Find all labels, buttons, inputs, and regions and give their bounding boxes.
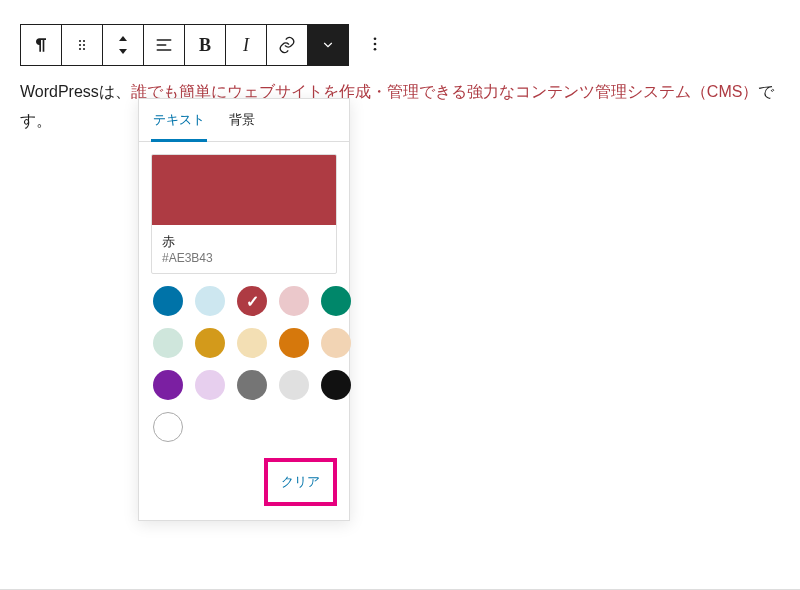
color-swatch-green[interactable]	[321, 286, 351, 316]
color-swatch-red[interactable]	[237, 286, 267, 316]
color-swatch-pink[interactable]	[279, 286, 309, 316]
svg-point-0	[79, 40, 81, 42]
toolbar-more-button[interactable]	[355, 24, 395, 64]
clear-button-highlight: クリア	[264, 458, 337, 506]
color-swatch-blue[interactable]	[153, 286, 183, 316]
pilcrow-icon	[31, 35, 51, 55]
svg-point-4	[79, 48, 81, 50]
svg-point-8	[374, 48, 377, 51]
bold-icon: B	[199, 35, 211, 56]
color-swatch-light-blue[interactable]	[195, 286, 225, 316]
align-left-icon	[154, 35, 174, 55]
paragraph-block-button[interactable]	[21, 25, 61, 65]
italic-button[interactable]: I	[225, 25, 266, 65]
color-swatch-gold[interactable]	[195, 328, 225, 358]
drag-handle-icon	[74, 37, 90, 53]
color-swatch-light-gray[interactable]	[279, 370, 309, 400]
paragraph-block[interactable]: WordPressは、誰でも簡単にウェブサイトを作成・管理できる強力なコンテンツ…	[20, 78, 780, 136]
block-toolbar: B I	[20, 24, 395, 66]
italic-icon: I	[243, 35, 249, 56]
color-preview-swatch	[152, 155, 336, 225]
color-preview-name: 赤	[162, 233, 326, 251]
toolbar-group-inline: B I	[184, 24, 349, 66]
color-swatch-black[interactable]	[321, 370, 351, 400]
more-vertical-icon	[366, 35, 384, 53]
toolbar-group-align	[143, 24, 185, 66]
tab-background-color[interactable]: 背景	[227, 99, 257, 141]
svg-point-6	[374, 37, 377, 40]
color-swatch-gray[interactable]	[237, 370, 267, 400]
svg-point-3	[83, 44, 85, 46]
align-button[interactable]	[144, 25, 184, 65]
paragraph-text-prefix: WordPressは、	[20, 83, 131, 100]
drag-handle-button[interactable]	[61, 25, 102, 65]
color-swatch-lavender[interactable]	[195, 370, 225, 400]
color-preview-card[interactable]: 赤 #AE3B43	[151, 154, 337, 274]
clear-button[interactable]: クリア	[268, 462, 333, 502]
bold-button[interactable]: B	[185, 25, 225, 65]
svg-point-5	[83, 48, 85, 50]
color-popover: テキスト 背景 赤 #AE3B43 クリア	[138, 98, 350, 521]
svg-point-7	[374, 43, 377, 46]
svg-point-2	[79, 44, 81, 46]
link-icon	[277, 35, 297, 55]
color-swatch-orange[interactable]	[279, 328, 309, 358]
link-button[interactable]	[266, 25, 307, 65]
color-preview-hex: #AE3B43	[162, 251, 326, 265]
svg-point-1	[83, 40, 85, 42]
color-swatch-mint[interactable]	[153, 328, 183, 358]
tab-text-color[interactable]: テキスト	[151, 99, 207, 142]
move-up-down-button[interactable]	[102, 25, 143, 65]
color-swatch-purple[interactable]	[153, 370, 183, 400]
toolbar-group-block	[20, 24, 144, 66]
color-swatch-white[interactable]	[153, 412, 183, 442]
chevron-down-icon	[321, 38, 335, 52]
color-preview: 赤 #AE3B43	[139, 142, 349, 286]
color-swatch-grid	[139, 286, 349, 448]
move-up-down-icon	[116, 34, 130, 56]
color-tabs: テキスト 背景	[139, 99, 349, 142]
color-swatch-peach[interactable]	[321, 328, 351, 358]
color-swatch-cream[interactable]	[237, 328, 267, 358]
more-inline-dropdown-button[interactable]	[307, 25, 348, 65]
